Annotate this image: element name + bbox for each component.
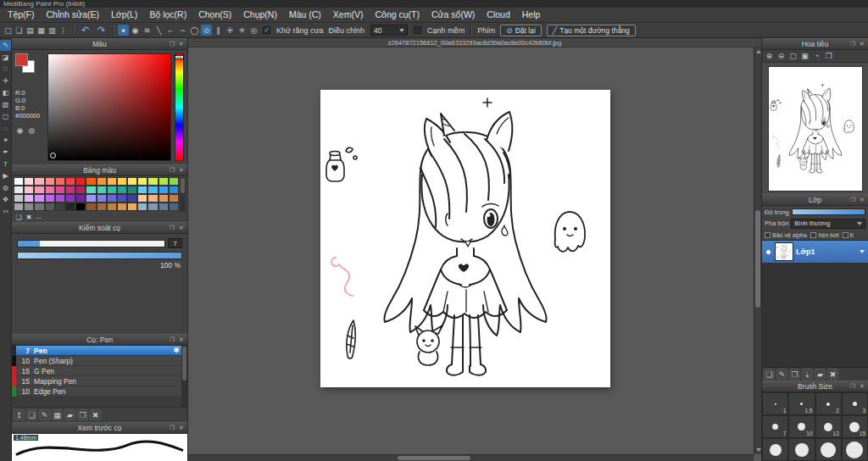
palette-swatch[interactable] xyxy=(137,194,147,203)
duplicate-brush-icon[interactable]: ❐ xyxy=(77,409,88,420)
panel-float-icon[interactable]: ❐ xyxy=(169,336,175,343)
eraser-tool-icon[interactable]: ◪ xyxy=(0,52,11,63)
menu-item[interactable]: Tệp(F) xyxy=(2,8,41,22)
lasso-tool-icon[interactable]: ◌ xyxy=(0,123,11,134)
brush-size-value[interactable]: 7 xyxy=(168,238,182,248)
brush-menu-icon[interactable]: ▦ xyxy=(52,409,63,420)
drawing-canvas[interactable] xyxy=(320,90,610,387)
reset-button[interactable]: ⊘ Đặt lại xyxy=(500,25,542,36)
palette-swatch[interactable] xyxy=(86,177,96,186)
panel-close-icon[interactable]: ✕ xyxy=(178,167,185,174)
redo-icon[interactable]: ↷ xyxy=(94,25,108,36)
palette-swatch[interactable] xyxy=(159,177,169,186)
menu-item[interactable]: Lớp(L) xyxy=(105,8,143,22)
color-set-icon[interactable]: ◉ xyxy=(15,125,25,135)
panel-close-icon[interactable]: ✕ xyxy=(859,197,865,203)
line-tool-icon[interactable]: ╲ xyxy=(153,25,164,36)
brush-folder-icon[interactable]: ▰ xyxy=(64,409,75,420)
panel-float-icon[interactable]: ❐ xyxy=(169,425,175,431)
palette-swatch[interactable] xyxy=(137,186,147,194)
palette-swatch[interactable] xyxy=(169,186,179,194)
horizontal-scroll-thumb[interactable] xyxy=(398,456,471,460)
snap-parallel-icon[interactable]: ∥ xyxy=(213,25,224,36)
palette-swatch[interactable] xyxy=(86,186,96,194)
palette-swatch[interactable] xyxy=(137,203,147,211)
palette-swatch[interactable] xyxy=(86,194,96,203)
panel-close-icon[interactable]: ✕ xyxy=(178,41,185,47)
palette-swatch[interactable] xyxy=(107,177,117,186)
brush-list-item[interactable]: 10 Pen (Sharp) xyxy=(12,356,181,366)
layer-settings-icon[interactable]: ✎ xyxy=(776,369,787,380)
full-view-icon[interactable]: ❒ xyxy=(823,51,834,61)
brush-size-cell[interactable] xyxy=(762,438,788,461)
text-tool-icon[interactable]: T xyxy=(0,158,11,169)
operation-tool-icon[interactable]: ▶ xyxy=(0,170,11,181)
palette-swatch[interactable] xyxy=(107,203,117,211)
palette-swatch[interactable] xyxy=(65,194,75,203)
brush-mode-icon[interactable]: ● xyxy=(118,25,129,36)
palette-swatch[interactable] xyxy=(75,177,86,186)
blend-mode-select[interactable]: Bình thường xyxy=(791,219,865,229)
palette-swatch[interactable] xyxy=(65,203,75,211)
ellipse-tool-icon[interactable]: ◯ xyxy=(189,25,200,36)
palette-swatch[interactable] xyxy=(159,203,169,211)
layer-option-checkbox[interactable] xyxy=(843,232,849,238)
palette-swatch[interactable] xyxy=(147,194,158,203)
zoom-out-icon[interactable]: ⊖ xyxy=(776,51,787,61)
brush-list-item[interactable]: 10 Edge Pen xyxy=(12,386,181,397)
brush-size-slider[interactable] xyxy=(17,240,165,247)
antialias-checkbox[interactable]: ✓ xyxy=(263,26,270,34)
brush-opacity-slider[interactable] xyxy=(17,252,182,259)
layer-menu-icon[interactable] xyxy=(860,250,865,253)
color-picker-cursor[interactable] xyxy=(50,153,56,158)
brush-list-item[interactable]: 7 Pen ✱ xyxy=(12,346,181,356)
merge-down-icon[interactable]: ⇣ xyxy=(802,369,813,380)
palette-swatch[interactable] xyxy=(45,194,55,203)
brush-list-item[interactable]: 15 Mapping Pen xyxy=(12,376,181,386)
new-canvas-icon[interactable]: ▢ xyxy=(3,25,14,36)
palette-swatch[interactable] xyxy=(34,194,44,203)
palette-swatch[interactable] xyxy=(169,203,179,211)
delete-color-icon[interactable]: ✖ xyxy=(25,214,33,221)
layer-option-checkbox[interactable] xyxy=(765,232,771,238)
menu-item[interactable]: Công cụ(T) xyxy=(369,8,426,22)
delete-brush-icon[interactable]: ✖ xyxy=(90,409,101,420)
undo-icon[interactable]: ↶ xyxy=(78,25,92,36)
add-color-icon[interactable]: ❏ xyxy=(14,214,23,221)
palette-swatch[interactable] xyxy=(34,203,44,211)
palette-swatch[interactable] xyxy=(75,186,86,194)
palette-swatch[interactable] xyxy=(24,203,34,211)
panel-close-icon[interactable]: ✕ xyxy=(178,225,185,231)
brush-size-cell[interactable]: 12 xyxy=(815,415,842,438)
palette-swatch[interactable] xyxy=(55,177,65,186)
brush-list-scrollbar[interactable] xyxy=(181,346,187,407)
palette-swatch[interactable] xyxy=(65,186,75,194)
layer-folder-icon[interactable]: ▰ xyxy=(815,369,826,380)
brush-settings-gear-icon[interactable]: ✱ xyxy=(171,347,181,354)
duplicate-layer-icon[interactable]: ❐ xyxy=(789,369,800,380)
saturation-value-picker[interactable] xyxy=(47,53,171,161)
menu-item[interactable]: Chụp(N) xyxy=(237,8,283,22)
new-layer-icon[interactable]: ❏ xyxy=(764,369,775,380)
brush-size-cell[interactable] xyxy=(815,438,842,461)
palette-swatch[interactable] xyxy=(117,186,127,194)
blur-tool-icon[interactable]: ∷ xyxy=(0,64,11,75)
save-icon[interactable]: ▦ xyxy=(36,25,47,36)
palette-swatch[interactable] xyxy=(14,186,24,194)
panel-close-icon[interactable]: ✕ xyxy=(178,336,185,343)
palette-swatch[interactable] xyxy=(75,194,86,203)
brush-tool-icon[interactable]: ✎ xyxy=(0,40,11,51)
horizontal-scrollbar[interactable] xyxy=(188,454,754,461)
delete-layer-icon[interactable]: ✖ xyxy=(827,369,838,380)
move-tool-icon[interactable]: ✛ xyxy=(0,75,11,86)
stabilizer-icon[interactable]: ≋ xyxy=(142,25,153,36)
select-tool-icon[interactable]: ▢ xyxy=(0,111,11,122)
panel-float-icon[interactable]: ❐ xyxy=(849,197,856,203)
select-pen-tool-icon[interactable]: ✒ xyxy=(0,147,11,158)
palette-swatch[interactable] xyxy=(14,194,24,203)
panel-float-icon[interactable]: ❐ xyxy=(849,41,856,47)
soft-brush-icon[interactable]: ◉ xyxy=(130,25,141,36)
zoom-reset-icon[interactable]: ▢ xyxy=(787,51,798,61)
layer-row[interactable]: Lớp1 xyxy=(762,241,868,263)
menu-item[interactable]: Màu (C) xyxy=(283,8,327,22)
